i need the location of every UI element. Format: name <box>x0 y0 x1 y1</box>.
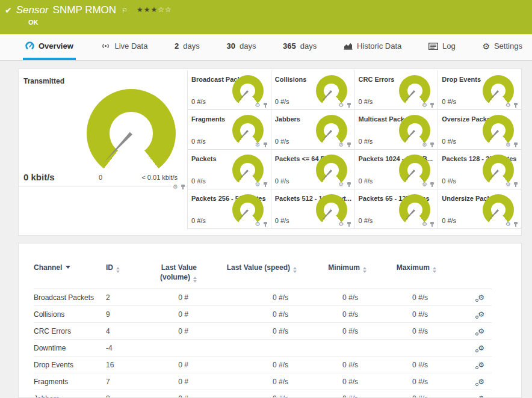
gear-icon[interactable]: ⚙ <box>255 182 261 188</box>
edit-channel-icon[interactable]: ⚙ <box>478 327 484 335</box>
gauge-needle <box>237 90 249 103</box>
gear-icon[interactable]: ⚙ <box>339 102 344 108</box>
tab-overview[interactable]: Overview <box>23 34 76 60</box>
sensor-type-label: Sensor <box>16 4 49 16</box>
star-filled-icons[interactable]: ★★★ <box>137 5 158 14</box>
tab-number: 30 <box>226 41 235 51</box>
tab-live-data[interactable]: Live Data <box>98 34 150 60</box>
primary-channel-gauge-cell[interactable]: Transmitted 0 kbit/s 0 < 0.01 kbit/s ⚙ <box>19 69 187 186</box>
channel-gauge-cell[interactable]: Packets 0 #/s ⚙ <box>187 150 271 189</box>
tab-label: Log <box>442 41 456 51</box>
edit-channel-icon[interactable]: ⚙ <box>478 293 484 302</box>
channel-name[interactable]: Jabbers <box>34 390 106 398</box>
channel-name[interactable]: Drop Events <box>34 357 106 373</box>
column-header-id[interactable]: ID <box>106 259 143 289</box>
gauge-needle <box>487 130 499 142</box>
tab-label: Overview <box>39 41 73 51</box>
gear-icon[interactable]: ⚙ <box>255 221 261 227</box>
channel-gauge-cell[interactable]: Multicast Packets 0 #/s ⚙ <box>354 110 438 150</box>
pin-icon[interactable] <box>430 182 435 188</box>
pin-icon[interactable] <box>347 142 351 148</box>
channel-gauge-cell[interactable]: Packets 512 - 1023 Byt... 0 #/s ⚙ <box>271 189 354 229</box>
pin-icon[interactable] <box>263 222 268 227</box>
channel-gauge-cell[interactable]: Broadcast Packets 0 #/s ⚙ <box>187 70 271 110</box>
channel-gauge-cell[interactable]: Oversize Packets 0 #/s ⚙ <box>438 110 521 150</box>
pin-icon[interactable] <box>513 142 518 148</box>
pin-icon[interactable] <box>513 103 518 108</box>
gear-icon[interactable]: ⚙ <box>422 142 427 148</box>
channel-name[interactable]: Downtime <box>34 340 106 357</box>
gear-icon[interactable]: ⚙ <box>255 142 261 148</box>
pin-icon[interactable] <box>430 103 435 108</box>
tab-log[interactable]: Log <box>426 34 458 60</box>
channel-gauge-cell[interactable]: Undersize Packets 0 #/s ⚙ <box>438 189 521 229</box>
channel-id: 16 <box>106 357 143 373</box>
flag-icon[interactable]: ⚐ <box>122 4 128 16</box>
gear-icon[interactable]: ⚙ <box>255 102 261 108</box>
gear-icon[interactable]: ⚙ <box>506 102 511 108</box>
channel-gauge-cell[interactable]: Fragments 0 #/s ⚙ <box>187 110 271 150</box>
star-empty-icons[interactable]: ☆☆ <box>158 5 172 14</box>
gear-icon[interactable]: ⚙ <box>506 182 511 188</box>
channel-gauge-cell[interactable]: CRC Errors 0 #/s ⚙ <box>354 70 438 110</box>
channel-name[interactable]: Fragments <box>34 373 106 390</box>
pin-icon[interactable] <box>347 222 351 227</box>
gauge-needle <box>320 90 332 103</box>
column-header-last-value-speed[interactable]: Last Value (speed) <box>197 259 297 289</box>
channel-name[interactable]: CRC Errors <box>34 323 106 340</box>
minimum-value: 0 #/s <box>297 373 367 390</box>
gear-icon[interactable]: ⚙ <box>339 142 344 148</box>
edit-channel-icon[interactable]: ⚙ <box>478 310 484 319</box>
column-header-channel[interactable]: Channel <box>34 259 106 289</box>
edit-channel-icon[interactable]: ⚙ <box>478 361 484 369</box>
historic-data-icon <box>344 42 353 50</box>
tab-30-days[interactable]: 30 days <box>224 34 258 60</box>
channel-name[interactable]: Collisions <box>34 306 106 323</box>
tab-365-days[interactable]: 365 days <box>280 34 319 60</box>
edit-channel-icon[interactable]: ⚙ <box>478 394 484 398</box>
channel-gauge-value: 0 #/s <box>191 98 206 105</box>
maximum-value: 0 #/s <box>367 373 436 390</box>
pin-icon[interactable] <box>430 222 435 227</box>
pin-icon[interactable] <box>430 142 435 148</box>
column-header-last-value-volume[interactable]: Last Value (volume) <box>143 259 197 289</box>
channel-gauge-title: Packets <box>191 155 217 162</box>
gear-icon[interactable]: ⚙ <box>506 221 511 227</box>
pin-icon[interactable] <box>347 103 351 108</box>
channel-gauge-cell[interactable]: Packets 1024 - 1518 B... 0 #/s ⚙ <box>354 150 438 189</box>
channel-gauge-cell[interactable]: Packets 128 - 255 Bytes 0 #/s ⚙ <box>438 150 521 189</box>
channel-id: -4 <box>106 340 143 357</box>
gear-icon[interactable]: ⚙ <box>506 142 511 148</box>
sort-icon <box>193 277 197 283</box>
channel-gauge-cell[interactable]: Drop Events 0 #/s ⚙ <box>438 70 521 110</box>
pin-icon[interactable] <box>513 222 518 227</box>
pin-icon[interactable] <box>263 103 268 108</box>
edit-channel-icon[interactable]: ⚙ <box>478 344 484 352</box>
channel-gauge-cell[interactable]: Packets 65 - 127 Bytes 0 #/s ⚙ <box>354 189 438 229</box>
pin-icon[interactable] <box>347 182 351 188</box>
gear-icon[interactable]: ⚙ <box>173 184 178 190</box>
gear-icon[interactable]: ⚙ <box>422 102 427 108</box>
tab-2-days[interactable]: 2 days <box>172 34 202 60</box>
edit-channel-icon[interactable]: ⚙ <box>478 378 484 386</box>
tab-historic-data[interactable]: Historic Data <box>341 34 404 60</box>
pin-icon[interactable] <box>263 142 268 148</box>
pin-icon[interactable] <box>513 182 518 188</box>
gear-icon[interactable]: ⚙ <box>422 182 427 188</box>
channel-gauge-cell[interactable]: Packets <= 64 Byte 0 #/s ⚙ <box>271 150 354 189</box>
pin-icon[interactable] <box>181 185 185 190</box>
channel-gauge-cell[interactable]: Jabbers 0 #/s ⚙ <box>271 110 354 150</box>
pin-icon[interactable] <box>263 182 268 188</box>
channel-name[interactable]: Broadcast Packets <box>34 289 106 306</box>
column-header-minimum[interactable]: Minimum <box>297 259 367 289</box>
tab-settings[interactable]: ⚙ Settings <box>480 34 525 60</box>
gear-icon[interactable]: ⚙ <box>339 221 344 227</box>
gear-icon[interactable]: ⚙ <box>339 182 344 188</box>
channel-gauge-cell[interactable]: Packets 256 - 511 Bytes 0 #/s ⚙ <box>187 189 271 229</box>
tab-number: 365 <box>283 41 296 51</box>
gear-icon[interactable]: ⚙ <box>422 221 427 227</box>
gauge-needle <box>320 170 332 182</box>
column-header-maximum[interactable]: Maximum <box>367 259 436 289</box>
priority-stars[interactable]: ★★★☆☆ <box>137 4 172 16</box>
channel-gauge-cell[interactable]: Collisions 0 #/s ⚙ <box>271 70 354 110</box>
